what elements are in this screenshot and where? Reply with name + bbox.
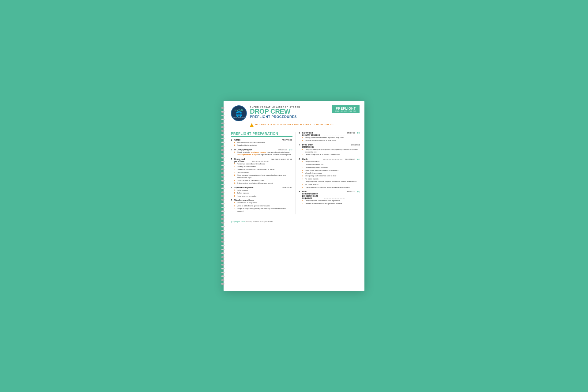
item-4-sub-a: A Knife on crew [234,189,292,192]
sub-text: D-tine routing for closing of kangaroo p… [237,182,273,185]
sub-letter: A [302,137,304,138]
item-4-sub-b: B Safety harness [234,192,292,194]
checklist-item-9: 9 Drop communicationprocedures and seque… [299,190,360,205]
item-8-sub-i: I Drop sequence verified, payload contai… [302,181,360,183]
spiral-ring [221,195,224,197]
badge-sub-label: USELESS IN THE AIR [335,110,356,112]
item-8-sub-a: A Drop bin attached [302,161,360,163]
item-9-sub-b: B Perform a static drop on the ground if… [302,203,360,205]
sub-letter: G [302,175,304,177]
spiral-ring [221,245,224,246]
sub-text: Loads secured for take-off by cargo net … [305,187,350,189]
item-8-fc: (FC) [357,158,360,160]
sub-letter: H [302,178,304,180]
sub-letter: C [234,208,236,209]
item-8-sub-d: D Unnecessary seats removed [302,167,360,169]
spiral-ring [221,138,224,139]
item-9-header: 9 Drop communicationprocedures and seque… [299,190,360,199]
footer-fc-label: (FC) Flight Crew [231,221,245,223]
spiral-ring [221,123,224,124]
warning-bar: THE ENTIRETY OF THESE PROCEDURES MUST BE… [250,123,360,127]
item-1-status: PREPARED [282,139,292,141]
item-3-num: 3 [231,158,233,160]
spiral-ring [221,149,224,151]
sub-letter: A [302,200,304,202]
footer-text: (FC) Flight Crew notified, involved or r… [231,221,360,223]
item-8-header: 8 Cabin PREPARED (FC) [299,158,360,160]
spiral-ring [221,279,224,281]
item-9-status: BRIEFED [347,191,355,193]
spiral-ring [221,184,224,185]
item-8-sub-j: J No loose objects [302,183,360,186]
spiral-ring [221,210,224,212]
spiral-ring [221,172,224,174]
sub-text: Height of drop, taking safety and securi… [237,208,292,213]
item-2-dots [256,150,276,150]
spiral-ring [221,249,224,250]
sub-letter: E [234,174,236,176]
document-header: SVAS 🌐 HUMANITARIAN PILOTS SUPER VERSATI… [224,101,364,129]
item-2-header: 2 D-Line(s) length(s) CHECKED (FC) [231,149,292,151]
spiral-ring [221,256,224,258]
section-heading: PREFLIGHT PREPARATION [231,132,292,137]
item-8-sub-h: H No loose objects [302,178,360,180]
sub-letter: A [302,161,304,163]
item-3-sub-a: A Parachute packed and lines folded [234,163,292,165]
sub-text: Drop sequence coordinated with flight cr… [305,200,340,202]
spiral-ring [221,130,224,132]
sub-text: Wind at altitude and ground at drop zone [237,205,270,207]
item-5-sub-a: A Cloud base at drop zone [234,202,292,204]
item-7-header: 7 Drop crew attachment, CHECKED [299,144,360,148]
item-6-header: 6 Safety andsecurity situation BRIEFED (… [299,132,360,136]
warning-triangle-icon [250,123,254,127]
spiral-ring [221,115,224,116]
spiral-ring [221,141,224,143]
sub-letter: B [234,166,236,168]
spiral-ring [221,241,224,243]
spiral-ring [221,222,224,224]
sub-letter: A [234,202,236,204]
checklist-item-1: 1 Cargo PREPARED A Weighing of all paylo… [231,139,292,147]
sub-text: Check safety pins in to secure i-track h… [305,154,341,156]
document-page: SVAS 🌐 HUMANITARIAN PILOTS SUPER VERSATI… [224,101,364,291]
spiral-ring [221,230,224,231]
sub-text: Fragile objects protected [237,144,257,147]
item-1-sub-a: A Weighing of all payload containers [234,141,292,144]
item-3-sub-e: E Riser secured by carabiner or knot on … [234,174,292,179]
item-8-sub-e: E Bullet proof and / or life vest, if ne… [302,169,360,172]
item-1-dots [258,140,280,140]
item-7-status: CHECKED [351,144,360,146]
sub-text: Parachute packed and lines folded [237,163,265,165]
sub-text: Life raft, if necessary [305,172,322,175]
sub-text: Safety harness [237,192,249,194]
item-8-dots [323,159,343,160]
item-6-sub-b: B Current security situation at drop zon… [302,139,360,142]
item-6-title: Safety andsecurity situation [302,132,323,136]
spiral-ring [221,145,224,147]
sub-letter: B [234,192,236,194]
item-8-sub-c: C Cabin smoothened out [302,164,360,166]
item-2-title: D-Line(s) length(s) [234,149,254,151]
sub-text: No loose objects [305,183,318,186]
item-6-sub-a: A Safety procedures between flight and d… [302,137,360,139]
checklist-item-2: 2 D-Line(s) length(s) CHECKED (FC) A Che… [231,149,292,156]
item-7-sub-b: B Check safety pins in to secure i-track… [302,154,360,156]
checklist-item-3: 3 D-bag and parachute CHECKED AND SET UP… [231,158,292,185]
item-3-status: CHECKED AND SET UP [271,158,292,160]
spiral-ring [221,161,224,162]
sub-letter: B [302,154,304,156]
left-column: PREFLIGHT PREPARATION 1 Cargo PREPARED A… [231,132,296,214]
item-5-sub-b: B Wind at altitude and ground at drop zo… [234,205,292,207]
sub-letter: C [302,164,304,165]
item-7-title: Drop crew attachment, [302,144,325,148]
spiral-ring [221,218,224,220]
item-3-sub-b: B Routing of lines verified [234,166,292,168]
sub-text: Length of safety strap adjusted and phys… [305,149,360,153]
badge-label: PREFLIGHT [336,107,356,110]
sub-text: Safety procedures between flight and dro… [305,137,344,139]
spiral-ring [221,191,224,193]
item-8-sub-g: G Emergency knife attached next to door [302,175,360,177]
spiral-ring [221,203,224,204]
item-1-title: Cargo [234,139,256,141]
spiral-ring [221,275,224,277]
